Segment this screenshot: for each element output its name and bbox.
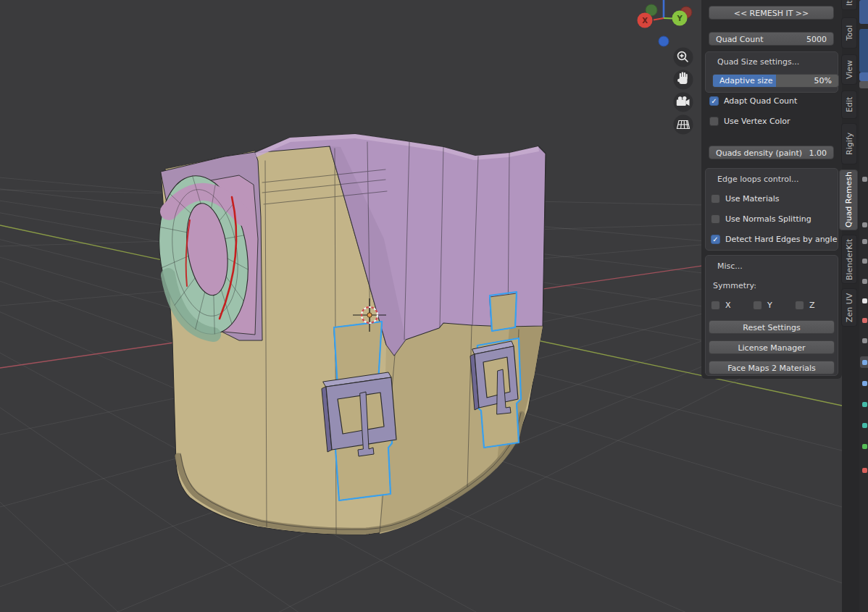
satchel-model[interactable]	[149, 134, 546, 535]
symmetry-x-row[interactable]: X	[711, 301, 731, 310]
quad-count-field[interactable]: Quad Count 5000	[709, 32, 834, 46]
properties-tab-icon[interactable]	[860, 356, 868, 368]
properties-tab-icon[interactable]	[860, 235, 868, 247]
properties-tab-icon[interactable]	[860, 398, 868, 410]
zoom-tool-button[interactable]	[674, 48, 693, 67]
use-materials-row[interactable]: Use Materials	[711, 194, 779, 204]
symmetry-label: Symmetry:	[713, 281, 756, 290]
use-normals-checkbox[interactable]	[711, 214, 720, 224]
adaptive-size-slider[interactable]: Adaptive size 50%	[712, 74, 839, 88]
properties-tab-icon[interactable]	[860, 440, 868, 452]
quad-size-box: Quad Size settings... Adaptive size 50%	[705, 51, 838, 93]
properties-tab-icon[interactable]	[860, 219, 868, 230]
symmetry-y-row[interactable]: Y	[753, 301, 772, 310]
ortho-toggle-button[interactable]	[674, 115, 693, 135]
symmetry-z-row[interactable]: Z	[795, 301, 815, 310]
edge-loops-box: Edge loops control... Use Materials Use …	[705, 168, 838, 251]
adaptive-size-value: 50%	[814, 75, 832, 87]
gizmo-x-label: X	[642, 17, 648, 25]
properties-tab-icon[interactable]	[860, 314, 868, 326]
use-normals-row[interactable]: Use Normals Splitting	[711, 214, 811, 224]
license-manager-button[interactable]: License Manager	[709, 340, 835, 354]
use-materials-label: Use Materials	[725, 194, 779, 204]
quads-density-value: 1.00	[809, 146, 827, 159]
tab-quad-remesh[interactable]: Quad Remesh	[839, 169, 858, 230]
tab-tool[interactable]: Tool	[841, 17, 857, 49]
properties-tab-icon[interactable]	[860, 173, 868, 185]
use-normals-label: Use Normals Splitting	[725, 214, 811, 224]
adaptive-size-label: Adaptive size	[719, 75, 773, 87]
pan-tool-button[interactable]	[674, 70, 693, 90]
tab-item[interactable]: Item	[841, 0, 857, 10]
quads-density-field[interactable]: Quads density (paint) 1.00	[709, 146, 834, 159]
adapt-quad-count-row[interactable]: ✓ Adapt Quad Count	[709, 96, 797, 106]
blender-window: X Y	[0, 0, 868, 612]
camera-view-button[interactable]	[674, 93, 693, 112]
symmetry-z-label: Z	[809, 301, 815, 310]
quad-size-header: Quad Size settings...	[717, 57, 799, 67]
symmetry-y-label: Y	[767, 301, 772, 310]
properties-tab-icon[interactable]	[860, 295, 868, 306]
properties-tab-icon[interactable]	[860, 419, 868, 431]
use-vertex-color-checkbox[interactable]	[709, 117, 719, 126]
detect-hard-edges-checkbox[interactable]: ✓	[711, 235, 720, 244]
properties-tab-icon[interactable]	[860, 377, 868, 389]
misc-header: Misc...	[717, 261, 743, 271]
properties-blue-block-2	[859, 72, 868, 81]
quad-remesh-panel: << REMESH IT >> Quad Count 5000 Quad Siz…	[701, 0, 842, 379]
navigation-gizmo[interactable]: X Y	[638, 0, 693, 46]
properties-tab-icon[interactable]	[860, 275, 868, 287]
quad-count-label: Quad Count	[716, 33, 764, 45]
tab-view[interactable]: View	[841, 54, 857, 85]
properties-gray-block	[859, 81, 868, 88]
tab-blenderkit[interactable]: BlenderKit	[841, 235, 857, 284]
detect-hard-edges-label: Detect Hard Edges by angle	[725, 235, 837, 244]
symmetry-x-checkbox[interactable]	[711, 301, 720, 310]
tab-rigify[interactable]: Rigify	[841, 123, 857, 164]
use-vertex-color-row[interactable]: Use Vertex Color	[709, 117, 790, 126]
neg-z-handle	[659, 36, 669, 46]
use-materials-checkbox[interactable]	[711, 194, 720, 204]
symmetry-y-checkbox[interactable]	[753, 301, 762, 310]
properties-tab-icon[interactable]	[860, 464, 868, 476]
properties-blue-block	[859, 29, 868, 72]
viewport-tools	[674, 48, 693, 135]
remesh-it-button[interactable]: << REMESH IT >>	[709, 6, 834, 20]
properties-editor-edge	[859, 0, 868, 612]
symmetry-x-label: X	[725, 301, 731, 310]
symmetry-z-checkbox[interactable]	[795, 301, 804, 310]
tab-zen-uv[interactable]: Zen UV	[841, 288, 857, 327]
adapt-quad-count-label: Adapt Quad Count	[724, 96, 797, 106]
gizmo-y-label: Y	[676, 14, 683, 22]
misc-box: Misc... Symmetry: X Y Z Reset Settings L…	[705, 255, 838, 376]
tab-edit[interactable]: Edit	[841, 91, 857, 119]
properties-tab-icon[interactable]	[860, 335, 868, 346]
detect-hard-edges-row[interactable]: ✓ Detect Hard Edges by angle	[711, 235, 837, 244]
properties-tab-icon[interactable]	[860, 255, 868, 267]
adapt-quad-count-checkbox[interactable]: ✓	[709, 96, 719, 106]
edge-loops-header: Edge loops control...	[717, 175, 799, 184]
quads-density-label: Quads density (paint)	[716, 146, 802, 159]
reset-settings-button[interactable]: Reset Settings	[709, 320, 835, 334]
quad-count-value: 5000	[806, 33, 827, 45]
face-maps-2-materials-button[interactable]: Face Maps 2 Materials	[709, 361, 835, 374]
properties-header-highlight	[859, 0, 868, 24]
use-vertex-color-label: Use Vertex Color	[724, 117, 790, 126]
